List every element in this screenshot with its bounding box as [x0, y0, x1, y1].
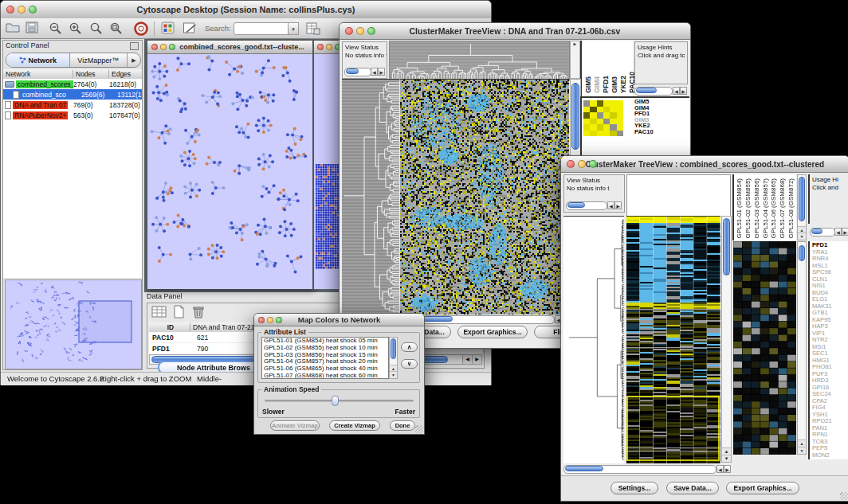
- tv1-export-graphics-button[interactable]: Export Graphics...: [457, 326, 528, 338]
- zoom-button[interactable]: [276, 317, 282, 323]
- tv1-heatmap-canvas[interactable]: [400, 79, 569, 315]
- tv1-column-dendrogram-canvas[interactable]: [389, 41, 570, 80]
- zoom-button[interactable]: [169, 44, 175, 50]
- speed-slider-thumb[interactable]: [332, 396, 339, 406]
- done-button[interactable]: Done: [390, 420, 415, 431]
- scroll-right-arrow[interactable]: ▶: [614, 201, 622, 209]
- help-lifering-icon[interactable]: [133, 21, 149, 40]
- close-button[interactable]: [258, 317, 265, 323]
- resize-grip[interactable]: [840, 492, 848, 500]
- tv2-status-hscrollbar[interactable]: ◀ ▶: [566, 201, 622, 210]
- gene-label[interactable]: MON2: [812, 452, 848, 459]
- network-row[interactable]: combined_sco2569(6)13112(15): [3, 89, 142, 100]
- scroll-right-arrow[interactable]: ▶: [842, 228, 848, 236]
- create-vizmap-button[interactable]: Create Vizmap: [329, 420, 380, 431]
- scroll-up-arrow[interactable]: ▲: [722, 447, 731, 455]
- move-up-button[interactable]: ∧: [401, 342, 418, 352]
- close-button[interactable]: [345, 27, 353, 35]
- minimize-button[interactable]: [18, 6, 26, 14]
- speed-slider-track[interactable]: [265, 400, 414, 402]
- network-view-canvas[interactable]: [147, 54, 312, 289]
- new-attribute-icon[interactable]: [172, 305, 186, 322]
- network-row[interactable]: RNAPuberNov2+563(0)107847(0): [3, 110, 142, 120]
- zoom-button[interactable]: [367, 27, 375, 35]
- scroll-left-arrow[interactable]: ◀: [673, 87, 680, 95]
- zoom-fit-icon[interactable]: [109, 21, 124, 38]
- tab-overflow-arrow[interactable]: ▶: [128, 53, 140, 67]
- scroll-down-arrow[interactable]: ▼: [798, 447, 806, 454]
- tv1-hints-hscrollbar[interactable]: ◀ ▶: [634, 87, 688, 96]
- tv2-settings-button[interactable]: Settings...: [610, 482, 658, 494]
- network-view-titlebar[interactable]: combined_scores_good.txt--cluste...: [147, 41, 312, 54]
- scroll-right-arrow[interactable]: ▶: [680, 87, 687, 95]
- scroll-right-arrow[interactable]: ▶: [472, 355, 481, 364]
- column-edges[interactable]: Edges: [109, 70, 142, 78]
- attribute-list-vscrollbar[interactable]: ▲ ▼: [389, 337, 398, 379]
- minimize-button[interactable]: [160, 44, 167, 50]
- tv1-status-hscrollbar[interactable]: ◀ ▶: [344, 68, 385, 76]
- scroll-left-arrow[interactable]: ◀: [607, 201, 614, 209]
- close-button[interactable]: [317, 44, 324, 50]
- tv2-hints-hscrollbar[interactable]: ◀ ▶: [810, 228, 848, 236]
- zoom-button[interactable]: [29, 6, 37, 14]
- scroll-right-arrow[interactable]: ▶: [378, 68, 385, 76]
- search-dropdown-arrow[interactable]: ▾: [288, 22, 299, 35]
- move-down-button[interactable]: ∨: [401, 359, 418, 369]
- vscroll-thumb[interactable]: [799, 177, 805, 221]
- minimize-button[interactable]: [578, 160, 586, 168]
- scroll-left-arrow[interactable]: ◀: [716, 465, 724, 473]
- scroll-up-arrow[interactable]: ▲: [798, 440, 806, 447]
- birdseye-view-canvas[interactable]: [5, 279, 142, 369]
- tv2-heatmap-vscrollbar[interactable]: ▲ ▼: [721, 216, 732, 463]
- attribute-item[interactable]: GPL51-07 (GSM868) heat shock 60 min: [262, 373, 388, 379]
- search-input[interactable]: [234, 22, 289, 35]
- import-table-icon[interactable]: [305, 21, 320, 38]
- zoom-button[interactable]: [589, 160, 597, 168]
- zoom-selected-icon[interactable]: [89, 21, 104, 38]
- minimize-button[interactable]: [326, 44, 332, 50]
- close-button[interactable]: [151, 44, 158, 50]
- tab-vizmapper[interactable]: VizMapper™: [70, 53, 128, 67]
- expand-right-icon[interactable]: ▶: [574, 41, 577, 46]
- zoom-in-icon[interactable]: [69, 21, 84, 38]
- tv1-heatmap-hscrollbar[interactable]: ◀ ▶: [400, 315, 570, 324]
- vscroll-thumb[interactable]: [723, 218, 730, 275]
- float-panel-icon[interactable]: [130, 42, 139, 50]
- column-nodes[interactable]: Nodes: [73, 70, 109, 78]
- zoom-out-icon[interactable]: [49, 21, 64, 38]
- scroll-left-arrow[interactable]: ◀: [371, 68, 378, 76]
- scroll-down-arrow[interactable]: ▼: [390, 371, 397, 378]
- annotation-icon[interactable]: [183, 21, 198, 38]
- close-button[interactable]: [567, 160, 575, 168]
- treeview1-titlebar[interactable]: ClusterMaker TreeView : DNA and Tran 07-…: [340, 23, 690, 40]
- scroll-right-arrow[interactable]: ▶: [724, 465, 731, 473]
- scroll-down-arrow[interactable]: ▼: [722, 455, 731, 462]
- tv2-zoom-heatmap-canvas[interactable]: [733, 241, 796, 455]
- dialog-titlebar[interactable]: Map Colors to Network: [254, 314, 424, 326]
- table-mode-icon[interactable]: [151, 305, 167, 322]
- network-row[interactable]: combined_scores_2764(0)16218(0): [3, 79, 142, 89]
- network-row[interactable]: DNA and Tran 07769(0)183728(0): [3, 100, 142, 110]
- close-button[interactable]: [6, 6, 14, 14]
- tv1-mini-heatmap[interactable]: [583, 100, 623, 136]
- tv2-export-graphics-button[interactable]: Export Graphics...: [726, 482, 799, 494]
- tv2-heatmap-canvas[interactable]: [626, 216, 720, 463]
- tv2-save-data-button[interactable]: Save Data...: [666, 482, 719, 494]
- column-id[interactable]: ID: [149, 323, 190, 331]
- treeview2-titlebar[interactable]: ClusterMaker TreeView : combined_scores_…: [561, 156, 848, 173]
- attribute-list[interactable]: GPL51-01 (GSM854) heat shock 05 minGPL51…: [261, 337, 389, 379]
- save-icon[interactable]: [26, 21, 39, 37]
- tv2-row-dendrogram-canvas[interactable]: [563, 216, 624, 463]
- minimize-button[interactable]: [356, 27, 364, 35]
- vscroll-thumb[interactable]: [391, 338, 396, 359]
- vscroll-thumb[interactable]: [799, 245, 805, 261]
- main-titlebar[interactable]: Cytoscape Desktop (Session Name: collins…: [1, 1, 491, 19]
- resize-grip[interactable]: [415, 425, 423, 433]
- scroll-left-arrow[interactable]: ◀: [462, 355, 472, 364]
- tab-network[interactable]: Network: [6, 53, 70, 67]
- column-network[interactable]: Network: [3, 70, 73, 78]
- open-file-icon[interactable]: [6, 21, 21, 37]
- tv2-zoom-vscrollbar[interactable]: ▲ ▼: [797, 241, 807, 455]
- scroll-left-arrow[interactable]: ◀: [834, 228, 842, 236]
- tv1-row-dendrogram-canvas[interactable]: [342, 79, 399, 315]
